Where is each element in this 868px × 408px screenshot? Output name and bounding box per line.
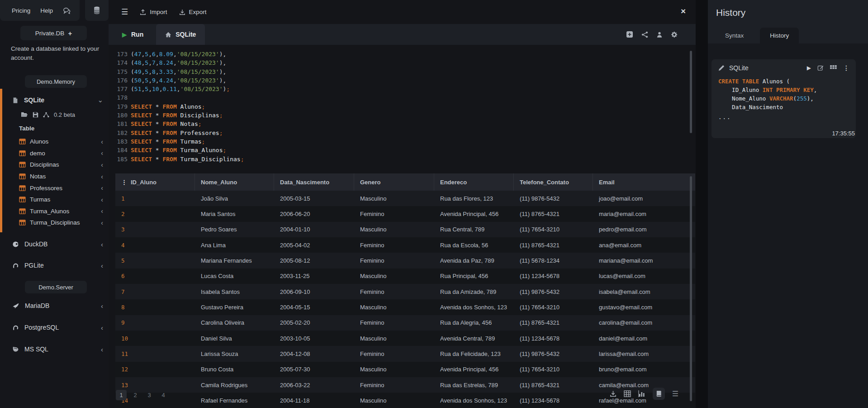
sidebar-item-mssql[interactable]: MS SQL‹ xyxy=(0,342,109,356)
sidebar-item-pglite[interactable]: PGLite‹ xyxy=(0,259,109,272)
sidebar-table-item-turmas[interactable]: Turmas‹ xyxy=(0,194,109,206)
sidebar-table-item-turma_disciplinas[interactable]: Turma_Disciplinas‹ xyxy=(0,217,109,229)
book-icon xyxy=(655,390,662,397)
schema-share-icon[interactable] xyxy=(43,112,49,118)
table-row[interactable]: 1João Silva2005-03-15MasculinoRua das Fl… xyxy=(115,191,695,206)
kebab-menu-icon[interactable]: ⋮ xyxy=(843,64,849,72)
gear-icon[interactable] xyxy=(671,31,678,38)
sidebar-table-item-professores[interactable]: Professores‹ xyxy=(0,182,109,194)
table-cell: isabela@email.com xyxy=(593,284,695,299)
chevron-left-icon[interactable]: ‹ xyxy=(101,161,103,168)
demo-memory-button[interactable]: Demo.Memory xyxy=(25,75,87,88)
table-row[interactable]: 5Mariana Fernandes2005-08-12FemininoAven… xyxy=(115,253,695,268)
code-token: * xyxy=(156,156,163,163)
chevron-left-icon[interactable]: ‹ xyxy=(101,324,103,331)
sidebar-table-item-demo[interactable]: demo‹ xyxy=(0,148,109,159)
results-scrollbar[interactable] xyxy=(690,176,692,401)
sidebar-item-duckdb[interactable]: DuckDB‹ xyxy=(0,237,109,251)
pricing-link[interactable]: Pricing xyxy=(12,7,30,14)
code-token: 47 xyxy=(134,51,142,58)
sidebar-item-mariadb[interactable]: MariaDB‹ xyxy=(0,299,109,312)
table-row[interactable]: 12Bruno Costa2005-07-30MasculinoAvenida … xyxy=(115,362,695,377)
table-row[interactable]: 8Gustavo Pereira2004-05-15MasculinoAveni… xyxy=(115,299,695,315)
chevron-left-icon[interactable]: ‹ xyxy=(101,219,103,226)
open-folder-icon[interactable] xyxy=(21,112,28,118)
edit-icon[interactable] xyxy=(817,65,824,71)
add-box-icon[interactable] xyxy=(626,31,633,38)
table-row[interactable]: 3Pedro Soares2004-01-10MasculinoRua Cent… xyxy=(115,222,695,237)
save-icon[interactable] xyxy=(33,112,38,118)
help-link[interactable]: Help xyxy=(40,7,53,14)
table-row[interactable]: 6Lucas Costa2003-11-25MasculinoRua Princ… xyxy=(115,269,695,284)
table-item-label: Turma_Disciplinas xyxy=(30,219,80,226)
table-row[interactable]: 11Larissa Souza2004-12-08FemininoRua da … xyxy=(115,346,695,361)
user-icon[interactable] xyxy=(656,31,663,38)
chevron-left-icon[interactable]: ‹ xyxy=(101,346,103,353)
main-area: ☰ Import Export × ▶ Run xyxy=(109,0,696,408)
grid-icon[interactable] xyxy=(830,65,837,71)
add-db-plus-icon[interactable]: + xyxy=(68,29,72,37)
docs-view-button[interactable] xyxy=(653,388,665,400)
table-row[interactable]: 4Ana Lima2005-04-02FemininoRua da Escola… xyxy=(115,237,695,253)
chart-view-icon[interactable] xyxy=(638,390,645,397)
run-query-icon[interactable]: ▶ xyxy=(807,65,811,71)
history-code-line: Data_Nascimento xyxy=(718,103,849,111)
chevron-left-icon[interactable]: ‹ xyxy=(101,262,103,269)
column-header-genero[interactable]: Genero xyxy=(354,173,434,191)
chevron-left-icon[interactable]: ‹ xyxy=(101,207,103,215)
list-view-icon[interactable]: ☰ xyxy=(672,389,678,398)
page-button-1[interactable]: 1 xyxy=(116,390,127,400)
sidebar-table-item-disciplinas[interactable]: Disciplinas‹ xyxy=(0,159,109,171)
code-token: , xyxy=(148,59,152,66)
run-button[interactable]: ▶ Run xyxy=(122,31,143,38)
tab-syntax[interactable]: Syntax xyxy=(715,28,754,43)
table-row[interactable]: 2Maria Santos2006-06-20FemininoAvenida P… xyxy=(115,206,695,221)
sidebar-table-item-turma_alunos[interactable]: Turma_Alunos‹ xyxy=(0,206,109,217)
history-card-ellipsis: ... xyxy=(718,114,849,120)
drag-handle-icon[interactable]: ⋮ xyxy=(121,179,127,186)
demo-server-button[interactable]: Demo.Server xyxy=(25,281,87,293)
column-header-email[interactable]: Email xyxy=(593,173,695,191)
chevron-left-icon[interactable]: ‹ xyxy=(101,240,103,248)
column-header-endereco[interactable]: Endereco xyxy=(434,173,514,191)
table-row[interactable]: 10Daniel Silva2003-10-05MasculinoAvenida… xyxy=(115,331,695,346)
sidebar-table-item-alunos[interactable]: Alunos‹ xyxy=(0,136,109,148)
chevron-left-icon[interactable]: ‹ xyxy=(101,196,103,203)
column-header-telefone_contato[interactable]: Telefone_Contato xyxy=(514,173,593,191)
page-button-4[interactable]: 4 xyxy=(158,390,169,400)
table-view-icon[interactable] xyxy=(624,390,631,397)
column-header-data_nascimento[interactable]: Data_Nascimento xyxy=(274,173,354,191)
chevron-down-icon[interactable]: ⌄ xyxy=(97,96,103,104)
export-result-icon[interactable] xyxy=(610,390,617,397)
table-row[interactable]: 9Carolina Oliveira2005-02-20FemininoRua … xyxy=(115,315,695,331)
menu-hamburger-icon[interactable]: ☰ xyxy=(121,7,128,17)
table-row[interactable]: 7Isabela Santos2006-09-10FemininoRua da … xyxy=(115,284,695,299)
column-header-nome_aluno[interactable]: Nome_Aluno xyxy=(195,173,274,191)
export-button[interactable]: Export xyxy=(179,9,207,15)
tab-history[interactable]: History xyxy=(760,28,799,43)
table-cell: Rua Central, 789 xyxy=(434,222,514,237)
chat-icon[interactable] xyxy=(63,7,71,14)
chevron-left-icon[interactable]: ‹ xyxy=(101,184,103,192)
database-icon-button[interactable] xyxy=(85,0,109,21)
column-header-id_aluno[interactable]: ⋮ID_Aluno xyxy=(115,173,195,191)
chevron-left-icon[interactable]: ‹ xyxy=(101,302,103,310)
sidebar-table-item-notas[interactable]: Notas‹ xyxy=(0,171,109,182)
import-button[interactable]: Import xyxy=(140,9,167,15)
table-row[interactable]: 14Rafael Fernandes2004-11-18MasculinoAve… xyxy=(115,393,695,408)
chevron-left-icon[interactable]: ‹ xyxy=(101,138,103,145)
sidebar-item-postgresql[interactable]: PostgreSQL‹ xyxy=(0,321,109,334)
sidebar-item-sqlite[interactable]: SQLite ⌄ xyxy=(0,93,109,107)
page-button-2[interactable]: 2 xyxy=(130,390,141,400)
editor-scrollbar[interactable] xyxy=(690,51,692,133)
page-button-3[interactable]: 3 xyxy=(144,390,155,400)
history-card[interactable]: SQLite ▶ ⋮ CREATE TABLE Alunos ( ID_Alun… xyxy=(711,59,856,138)
close-icon[interactable]: × xyxy=(681,6,686,16)
sql-editor[interactable]: 173(47,5,6,8.09,'08/15/2023'),174(48,5,7… xyxy=(109,45,690,168)
table-row[interactable]: 13Camila Rodrigues2006-03-22FemininoRua … xyxy=(115,377,695,393)
tab-sqlite[interactable]: SQLite xyxy=(156,24,205,45)
private-db-button[interactable]: Private.DB + xyxy=(20,26,87,40)
chevron-left-icon[interactable]: ‹ xyxy=(101,173,103,180)
share-icon[interactable] xyxy=(641,31,648,38)
chevron-left-icon[interactable]: ‹ xyxy=(101,149,103,157)
